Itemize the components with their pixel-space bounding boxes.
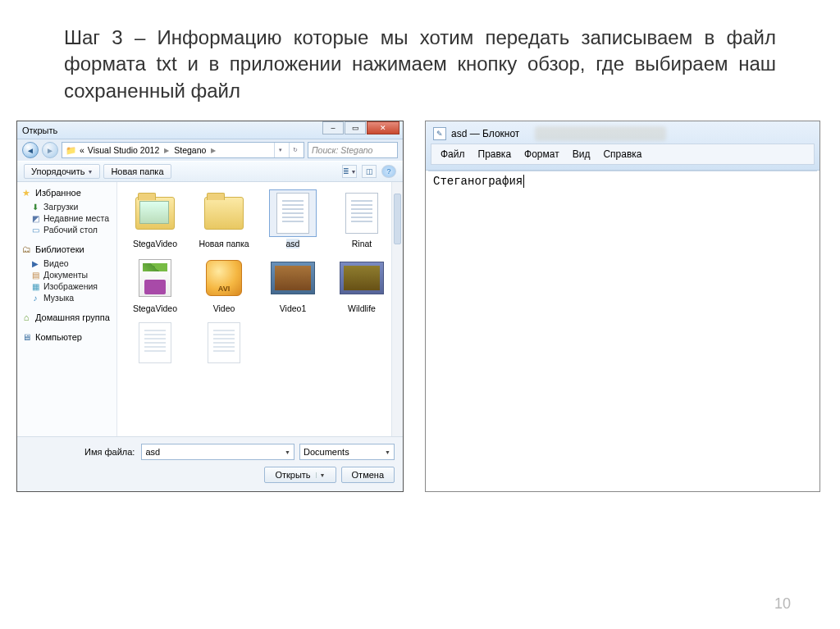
path-seg-1[interactable]: Visual Studio 2012 xyxy=(88,145,159,155)
menu-help[interactable]: Справка xyxy=(597,147,647,162)
folder-icon: 📁 xyxy=(66,145,76,156)
file-item[interactable] xyxy=(126,320,185,368)
sidebar-homegroup[interactable]: ⌂Домашняя группа xyxy=(21,312,113,323)
scrollbar-vertical[interactable] xyxy=(391,182,403,436)
sidebar-item-music[interactable]: ♪Музыка xyxy=(21,292,113,303)
file-label: Video1 xyxy=(280,303,307,313)
image-icon: ▦ xyxy=(30,281,40,291)
open-file-dialog: Открыть – ▭ ✕ ◄ ► 📁 « Visual Studio 2012… xyxy=(16,121,404,492)
homegroup-icon: ⌂ xyxy=(21,312,32,323)
dialog-title: Открыть xyxy=(22,125,57,135)
menu-format[interactable]: Формат xyxy=(518,147,565,162)
file-item[interactable]: AVI Video xyxy=(194,255,253,313)
back-button[interactable]: ◄ xyxy=(22,142,39,158)
sidebar-item-images[interactable]: ▦Изображения xyxy=(21,280,113,292)
notepad-content: Стеганография xyxy=(433,175,523,188)
sidebar-item-videos[interactable]: ▶Видео xyxy=(21,258,113,269)
new-folder-button[interactable]: Новая папка xyxy=(103,164,171,179)
text-file-icon xyxy=(208,322,240,363)
refresh-button[interactable]: ↻ xyxy=(289,143,300,157)
view-mode-button[interactable]: ≣▼ xyxy=(342,165,357,178)
chevron-right-icon: ▶ xyxy=(211,147,216,154)
computer-icon: 🖥 xyxy=(21,331,32,343)
close-button[interactable]: ✕ xyxy=(367,121,399,134)
avi-icon: AVI xyxy=(206,260,242,296)
sidebar-computer[interactable]: 🖥Компьютер xyxy=(21,331,113,343)
file-type-filter[interactable]: Documents ▼ xyxy=(299,444,395,460)
path-seg-2[interactable]: Stegano xyxy=(174,145,206,155)
text-file-icon xyxy=(139,322,171,363)
menu-file[interactable]: Файл xyxy=(435,147,471,162)
folder-icon xyxy=(204,197,244,230)
file-item[interactable] xyxy=(194,320,253,368)
chevron-right-icon: ▶ xyxy=(164,147,169,154)
forward-button[interactable]: ► xyxy=(42,142,58,158)
search-placeholder: Поиск: Stegano xyxy=(312,145,372,155)
file-label: StegaVideo xyxy=(133,303,177,313)
file-item-selected[interactable]: asd xyxy=(263,190,322,248)
sidebar-favorites[interactable]: ★Избранное xyxy=(21,187,113,198)
notepad-menubar: Файл Правка Формат Вид Справка xyxy=(431,144,815,165)
menu-view[interactable]: Вид xyxy=(567,147,596,162)
maximize-button[interactable]: ▭ xyxy=(345,121,366,134)
sidebar-item-recent[interactable]: ◩Недавние места xyxy=(21,212,113,224)
file-item[interactable]: Rinat xyxy=(332,190,391,248)
chevron-down-icon: ▼ xyxy=(385,449,390,455)
filename-value: asd xyxy=(145,447,160,457)
notepad-window: ✎ asd — Блокнот Файл Правка Формат Вид С… xyxy=(425,121,820,492)
menu-edit[interactable]: Правка xyxy=(472,147,518,162)
split-chevron-icon: ▼ xyxy=(316,472,326,478)
sidebar-item-desktop[interactable]: ▭Рабочий стол xyxy=(21,224,113,235)
desktop-icon: ▭ xyxy=(30,225,40,235)
slide-page-number: 10 xyxy=(774,595,791,613)
notepad-icon: ✎ xyxy=(433,127,446,140)
file-label: asd xyxy=(286,239,300,248)
file-item-folder[interactable]: StegaVideo xyxy=(126,190,185,248)
filename-label: Имя файла: xyxy=(84,447,135,457)
filter-value: Documents xyxy=(304,447,349,457)
chevron-down-icon: ▼ xyxy=(285,449,290,455)
text-file-icon xyxy=(345,193,378,234)
file-item[interactable]: Video1 xyxy=(263,255,322,313)
text-file-icon xyxy=(276,193,309,234)
file-list[interactable]: StegaVideo Новая папка asd Rinat StegaVi… xyxy=(117,182,403,436)
notepad-textarea[interactable]: Стеганография xyxy=(428,171,817,490)
path-prefix: « xyxy=(80,145,84,155)
notepad-titlebar[interactable]: ✎ asd — Блокнот xyxy=(428,124,817,144)
navigation-pane: ★Избранное ⬇Загрузки ◩Недавние места ▭Ра… xyxy=(17,182,117,436)
file-label: Video xyxy=(213,303,235,313)
chevron-down-icon: ▼ xyxy=(87,169,93,175)
file-item-folder[interactable]: Новая папка xyxy=(194,190,253,248)
file-label: Новая папка xyxy=(199,239,249,248)
slide-instruction-text: Шаг 3 – Информацию которые мы хотим пере… xyxy=(64,25,776,104)
file-item[interactable]: StegaVideo xyxy=(126,255,185,313)
address-bar[interactable]: 📁 « Visual Studio 2012 ▶ Stegano ▶ ▾ ↻ xyxy=(62,142,304,158)
document-icon: ▤ xyxy=(30,270,40,280)
file-label: StegaVideo xyxy=(133,239,177,248)
sidebar-item-downloads[interactable]: ⬇Загрузки xyxy=(21,201,113,212)
cancel-button[interactable]: Отмена xyxy=(341,467,395,483)
archive-icon xyxy=(139,259,171,297)
file-label: Wildlife xyxy=(348,303,376,313)
filename-input[interactable]: asd ▼ xyxy=(141,444,294,460)
preview-pane-button[interactable]: ◫ xyxy=(362,165,377,178)
file-label: Rinat xyxy=(352,239,372,248)
text-caret xyxy=(523,175,524,188)
dialog-titlebar[interactable]: Открыть – ▭ ✕ xyxy=(17,121,403,139)
help-button[interactable]: ? xyxy=(381,165,396,178)
open-button[interactable]: Открыть▼ xyxy=(264,467,336,483)
sidebar-item-documents[interactable]: ▤Документы xyxy=(21,269,113,280)
libraries-icon: 🗂 xyxy=(21,244,32,255)
folder-icon xyxy=(135,197,175,230)
search-input[interactable]: Поиск: Stegano xyxy=(308,142,398,158)
aero-blur-decoration xyxy=(535,126,666,141)
music-icon: ♪ xyxy=(30,293,40,303)
recent-icon: ◩ xyxy=(30,213,40,223)
minimize-button[interactable]: – xyxy=(322,121,344,134)
organize-button[interactable]: Упорядочить▼ xyxy=(24,164,100,179)
video-thumb-icon xyxy=(271,262,315,294)
address-dropdown[interactable]: ▾ xyxy=(274,143,285,157)
file-item[interactable]: Wildlife xyxy=(332,255,391,313)
notepad-title: asd — Блокнот xyxy=(451,128,519,139)
sidebar-libraries[interactable]: 🗂Библиотеки xyxy=(21,244,113,255)
